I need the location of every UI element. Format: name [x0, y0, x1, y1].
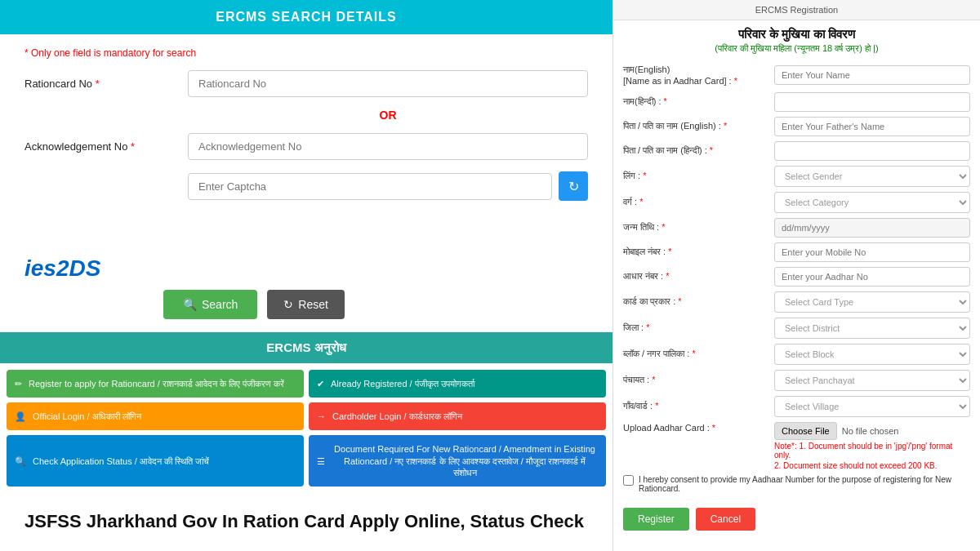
or-divider: OR — [24, 109, 588, 122]
name-english-row: नाम(English)[Name as in Aadhar Card] : * — [623, 64, 970, 87]
cancel-button[interactable]: Cancel — [696, 508, 755, 531]
left-header: ERCMS SEARCH DETAILS — [0, 0, 612, 34]
dob-input[interactable] — [774, 218, 970, 238]
village-select[interactable]: Select Village — [774, 396, 970, 417]
gender-select[interactable]: Select Gender Male Female Other — [774, 166, 970, 187]
left-panel: ERCMS SEARCH DETAILS * Only one field is… — [0, 0, 612, 551]
name-english-label: नाम(English)[Name as in Aadhar Card] : * — [623, 64, 774, 87]
logo: ies2DS — [24, 256, 100, 281]
file-note-2: 2. Document size should not exceed 200 K… — [774, 461, 970, 470]
aadhar-row: आधार नंबर : * — [623, 267, 970, 287]
aadhar-input[interactable] — [774, 267, 970, 287]
search-icon: 🔍 — [183, 298, 197, 311]
captcha-row: ↻ — [24, 171, 588, 201]
choose-file-button[interactable]: Choose File — [774, 422, 837, 440]
arrow-icon: → — [317, 411, 326, 422]
action-buttons-grid: ✏ Register to apply for Rationcard / राश… — [0, 370, 612, 493]
category-label: वर्ग : * — [623, 196, 774, 207]
file-status: No file chosen — [842, 426, 899, 436]
panchayat-select[interactable]: Select Panchayat — [774, 370, 970, 391]
check-icon: ✔ — [317, 378, 324, 389]
name-hindi-input[interactable] — [774, 92, 970, 112]
gender-row: लिंग : * Select Gender Male Female Other — [623, 166, 970, 187]
rationcard-input[interactable] — [188, 70, 588, 97]
father-name-hindi-row: पिता / पति का नाम (हिन्दी) : * — [623, 141, 970, 161]
right-form: नाम(English)[Name as in Aadhar Card] : *… — [613, 60, 980, 501]
check-status-button[interactable]: 🔍 Check Application Status / आवेदन की स्… — [7, 435, 304, 487]
rationcard-row: Rationcard No * — [24, 70, 588, 97]
upload-label: Upload Aadhar Card : * — [623, 422, 774, 433]
captcha-refresh-button[interactable]: ↻ — [559, 171, 588, 201]
search-button[interactable]: 🔍 Search — [163, 290, 257, 319]
acknowledgement-input[interactable] — [188, 133, 588, 160]
mobile-row: मोबाइल नंबर : * — [623, 242, 970, 262]
district-row: जिला : * Select District — [623, 318, 970, 339]
left-header-title: ERCMS SEARCH DETAILS — [216, 10, 397, 24]
consent-row: I hereby consent to provide my Aadhaar N… — [623, 475, 970, 493]
right-panel: ERCMS Registration परिवार के मुखिया का व… — [612, 0, 980, 551]
acknowledgement-row: Acknowledgement No * — [24, 133, 588, 160]
captcha-input[interactable] — [188, 173, 552, 200]
upload-row: Upload Aadhar Card : * Choose File No fi… — [623, 422, 970, 470]
reset-button[interactable]: ↻ Reset — [267, 290, 345, 319]
bottom-text: JSFSS Jharkhand Gov In Ration Card Apply… — [0, 493, 612, 551]
father-name-english-input[interactable] — [774, 117, 970, 136]
rationcard-label: Rationcard No * — [24, 78, 188, 90]
mobile-input[interactable] — [774, 242, 970, 262]
father-name-english-row: पिता / पति का नाम (English) : * — [623, 117, 970, 136]
right-subtitle: (परिवार की मुखिया महिला (न्यूनतम 18 वर्ष… — [613, 43, 980, 54]
gender-label: लिंग : * — [623, 170, 774, 181]
ercms-bar: ERCMS अनुरोध — [0, 332, 612, 363]
user-icon: 👤 — [15, 411, 26, 422]
category-select[interactable]: Select Category General OBC SC ST — [774, 192, 970, 213]
name-english-input[interactable] — [774, 65, 970, 85]
list-icon: ☰ — [317, 455, 325, 467]
action-button-row: 🔍 Search ↻ Reset — [0, 290, 612, 319]
card-type-label: कार्ड का प्रकार : * — [623, 295, 774, 307]
mobile-label: मोबाइल नंबर : * — [623, 246, 774, 257]
card-type-row: कार्ड का प्रकार : * Select Card Type — [623, 291, 970, 313]
register-btn-row: Register Cancel — [613, 501, 980, 540]
village-label: गाँव/वार्ड : * — [623, 400, 774, 411]
document-required-button[interactable]: ☰ Document Required For New Rationcard /… — [309, 435, 606, 487]
already-registered-button[interactable]: ✔ Already Registered / पंजीकृत उपयोगकर्त… — [309, 370, 606, 398]
district-select[interactable]: Select District — [774, 318, 970, 339]
search-section: * Only one field is mandatory for search… — [0, 34, 612, 256]
official-login-button[interactable]: 👤 Official Login / अधिकारी लॉगिन — [7, 402, 304, 430]
village-row: गाँव/वार्ड : * Select Village — [623, 396, 970, 417]
dob-row: जन्म तिथि : * — [623, 218, 970, 238]
panchayat-row: पंचायत : * Select Panchayat — [623, 370, 970, 391]
upload-section: Choose File No file chosen Note*: 1. Doc… — [774, 422, 970, 470]
logo-area: ies2DS — [0, 256, 612, 282]
father-name-english-label: पिता / पति का नाम (English) : * — [623, 120, 774, 131]
right-header: ERCMS Registration — [613, 0, 980, 20]
register-button[interactable]: Register — [623, 508, 689, 531]
right-title: परिवार के मुखिया का विवरण — [613, 20, 980, 43]
acknowledgement-label: Acknowledgement No * — [24, 140, 188, 153]
consent-text: I hereby consent to provide my Aadhaar N… — [639, 475, 970, 493]
block-label: ब्लॉक / नगर पालिका : * — [623, 348, 774, 359]
name-hindi-label: नाम(हिन्दी) : * — [623, 96, 774, 107]
dob-label: जन्म तिथि : * — [623, 221, 774, 233]
reset-icon: ↻ — [283, 298, 293, 311]
card-type-select[interactable]: Select Card Type — [774, 291, 970, 313]
category-row: वर्ग : * Select Category General OBC SC … — [623, 192, 970, 213]
father-name-hindi-label: पिता / पति का नाम (हिन्दी) : * — [623, 144, 774, 156]
block-select[interactable]: Select Block — [774, 344, 970, 365]
father-name-hindi-input[interactable] — [774, 141, 970, 161]
aadhar-label: आधार नंबर : * — [623, 270, 774, 282]
search-status-icon: 🔍 — [15, 455, 26, 467]
register-rationcard-button[interactable]: ✏ Register to apply for Rationcard / राश… — [7, 370, 304, 398]
block-row: ब्लॉक / नगर पालिका : * Select Block — [623, 344, 970, 365]
file-note-1: Note*: 1. Document should be in 'jpg'/'p… — [774, 442, 970, 460]
name-hindi-row: नाम(हिन्दी) : * — [623, 92, 970, 112]
consent-checkbox[interactable] — [623, 475, 634, 486]
edit-icon: ✏ — [15, 378, 22, 389]
mandatory-note: * Only one field is mandatory for search — [24, 47, 588, 59]
cardholder-login-button[interactable]: → Cardholder Login / कार्डधारक लॉगिन — [309, 402, 606, 430]
panchayat-label: पंचायत : * — [623, 374, 774, 385]
district-label: जिला : * — [623, 322, 774, 333]
